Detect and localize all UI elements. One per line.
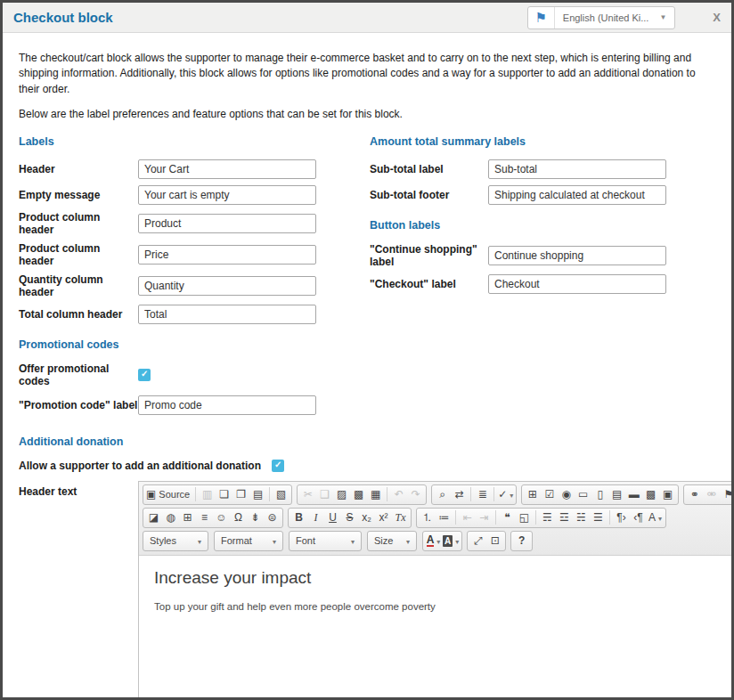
toolbar-separator [609, 510, 610, 525]
styles-dropdown[interactable]: Styles [143, 531, 208, 551]
field-row: Total column header [19, 305, 370, 324]
horizontal-rule-icon: ≡ [201, 512, 208, 523]
blockquote-button[interactable]: ❝ [499, 509, 516, 526]
select-field-button[interactable]: ▤ [608, 485, 625, 503]
bulleted-list-button[interactable]: ≔ [436, 509, 453, 526]
button-field-button[interactable]: ▬ [625, 485, 642, 503]
flash-icon: ◍ [166, 512, 175, 523]
strike-button[interactable]: S [341, 509, 358, 526]
toolbar-separator [387, 487, 387, 501]
header-input[interactable] [138, 159, 316, 179]
align-justify-button[interactable]: ☰ [590, 509, 607, 526]
text-field-button[interactable]: ▭ [575, 485, 591, 503]
sub-total-footer-input[interactable] [488, 185, 666, 205]
maximize-button[interactable]: ⤢ [469, 532, 486, 549]
numbered-list-icon: ⒈ [422, 512, 433, 523]
show-blocks-button[interactable]: ⊡ [486, 532, 503, 549]
anchor-button[interactable]: ⚑ [720, 485, 734, 503]
numbered-list-button[interactable]: ⒈ [419, 509, 436, 526]
bold-button[interactable]: B [290, 509, 307, 526]
header-text-label: Header text [19, 481, 138, 700]
language-selector[interactable]: ⚑ English (United Ki...▼ [527, 6, 676, 29]
table-button[interactable]: ⊞ [179, 509, 196, 526]
replace-button[interactable]: ⇄ [451, 485, 468, 503]
italic-button[interactable]: I [307, 509, 324, 526]
image-button-field-button[interactable]: ▩ [642, 485, 659, 503]
continue-shopping-label-input[interactable] [488, 246, 666, 265]
empty-message-input[interactable] [138, 185, 316, 205]
checkout-label-label: "Checkout" label [370, 278, 488, 290]
subscript-icon: x₂ [362, 512, 371, 523]
product-column-header-label: Product column header [19, 211, 138, 236]
checkout-label-input[interactable] [488, 274, 666, 294]
paste-text-button[interactable]: ▩ [350, 485, 367, 503]
superscript-button[interactable]: x² [375, 509, 392, 526]
about-button[interactable]: ? [513, 532, 530, 549]
language-button[interactable]: A [647, 509, 664, 526]
sub-total-label-input[interactable] [488, 159, 666, 179]
templates-button[interactable]: ▧ [273, 485, 290, 503]
close-button[interactable]: X [713, 11, 721, 24]
smiley-button[interactable]: ☺ [213, 509, 230, 526]
italic-icon: I [314, 512, 318, 523]
page-break-button[interactable]: ⇟ [247, 509, 264, 526]
background-color-button[interactable]: A [442, 532, 460, 549]
preview-button[interactable]: ❐ [232, 485, 249, 503]
blockquote-icon: ❝ [504, 512, 510, 523]
paste-text-icon: ▩ [354, 489, 363, 500]
styles-dropdown-value: Styles [150, 535, 176, 546]
source-button[interactable]: ▣Source [145, 485, 192, 503]
align-right-button[interactable]: ☵ [573, 509, 590, 526]
hidden-field-button[interactable]: ▣ [659, 485, 676, 503]
textarea-field-button[interactable]: ▯ [591, 485, 608, 503]
maximize-icon: ⤢ [474, 535, 483, 546]
align-left-button[interactable]: ☴ [539, 509, 556, 526]
product-column-header-input[interactable] [138, 214, 316, 233]
image-button[interactable]: ◪ [145, 509, 162, 526]
language-value[interactable]: English (United Ki...▼ [555, 12, 675, 23]
format-dropdown[interactable]: Format [214, 531, 283, 551]
font-dropdown[interactable]: Font [289, 531, 362, 551]
promotion-code-label-input[interactable] [138, 395, 316, 415]
allow-donation-checkbox[interactable] [272, 460, 284, 472]
div-container-button[interactable]: ◱ [516, 509, 533, 526]
subscript-button[interactable]: x₂ [358, 509, 375, 526]
select-all-button[interactable]: ≣ [474, 485, 491, 503]
quantity-column-header-input[interactable] [138, 276, 316, 296]
bidi-ltr-button[interactable]: ¶› [613, 509, 630, 526]
link-button[interactable]: ⚭ [686, 485, 703, 503]
radio-field-button[interactable]: ◉ [558, 485, 575, 503]
print-button[interactable]: ▤ [249, 485, 266, 503]
continue-shopping-label-label: "Continue shopping" label [370, 243, 488, 268]
total-column-header-input[interactable] [138, 305, 316, 324]
checkbox-field-button[interactable]: ☑ [541, 485, 558, 503]
paste-button[interactable]: ▨ [333, 485, 350, 503]
bidi-rtl-button[interactable]: ‹¶ [630, 509, 647, 526]
form-icon: ⊞ [528, 489, 537, 500]
toolbar-group: BIUSx₂x²Tx [288, 508, 412, 528]
field-row: "Continue shopping" label [370, 243, 715, 268]
offer-promo-codes-checkbox[interactable] [138, 369, 151, 381]
editor-content-area[interactable]: Increase your impact Top up your gift an… [139, 556, 734, 700]
button-labels-heading: Button labels [370, 219, 715, 232]
chevron-down-icon [404, 535, 410, 546]
paste-word-button[interactable]: ▦ [367, 485, 384, 503]
flash-button[interactable]: ◍ [162, 509, 179, 526]
dialog-header: Checkout block ⚑ English (United Ki...▼ … [3, 3, 731, 33]
text-color-button[interactable]: A [425, 532, 442, 549]
find-button[interactable]: ⌕ [434, 485, 451, 503]
iframe-button[interactable]: ⊜ [264, 509, 281, 526]
underline-button[interactable]: U [324, 509, 341, 526]
size-dropdown[interactable]: Size [367, 531, 417, 551]
product-column-header-input[interactable] [138, 245, 316, 265]
remove-format-button[interactable]: Tx [392, 509, 409, 526]
spell-check-button[interactable]: ✓ [497, 485, 514, 503]
new-page-button[interactable]: ❏ [216, 485, 232, 503]
align-center-button[interactable]: ☲ [556, 509, 573, 526]
cut-icon: ✂ [304, 489, 313, 500]
horizontal-rule-button[interactable]: ≡ [196, 509, 213, 526]
form-button[interactable]: ⊞ [524, 485, 541, 503]
sub-total-label-label: Sub-total label [370, 163, 488, 175]
special-char-button[interactable]: Ω [230, 509, 247, 526]
undo-icon: ↶ [395, 489, 404, 500]
